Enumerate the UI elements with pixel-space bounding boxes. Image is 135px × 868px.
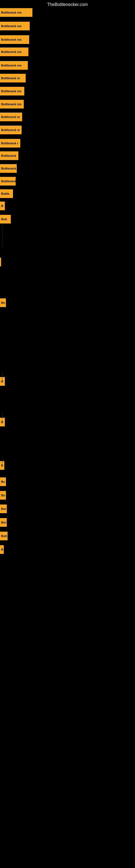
bar-label: Bott xyxy=(1,534,7,538)
bottleneck-bar-18 xyxy=(0,258,1,267)
bottleneck-bar-11: Bottleneck r xyxy=(0,139,20,148)
bar-label: Bottleneck res xyxy=(1,50,21,54)
bar-label: Bo xyxy=(1,301,5,304)
bottleneck-bar-2: Bottleneck res xyxy=(0,22,30,30)
bar-label: Bottleneck res xyxy=(1,64,21,67)
bottleneck-bar-10: Bottleneck re xyxy=(0,126,21,134)
site-title: TheBottlenecker.com xyxy=(0,0,135,9)
bar-label: Bottleneck res xyxy=(1,24,21,28)
bar-label: Bottleneck xyxy=(1,180,16,183)
bar-label: B xyxy=(1,204,3,208)
bar-label: Bottleneck r xyxy=(1,142,18,145)
bottleneck-bar-17: Bott xyxy=(0,215,11,223)
bar-label: Bottleneck r xyxy=(1,167,17,170)
bar-label: Bot xyxy=(1,521,6,524)
bottleneck-bar-3: Bottleneck res xyxy=(0,35,29,44)
bar-label: B xyxy=(1,548,3,551)
bar-label: Bo xyxy=(1,480,5,484)
bottleneck-bar-13: Bottleneck r xyxy=(0,164,17,173)
bottleneck-bar-14: Bottleneck xyxy=(0,177,16,186)
bottleneck-bar-12: Bottleneck xyxy=(0,151,18,160)
vertical-line-2 xyxy=(2,372,2,380)
bar-label: Bottleneck res xyxy=(1,38,21,41)
bar-label: Bottleneck res xyxy=(1,11,21,14)
bar-label: Bottleneck re xyxy=(1,128,20,131)
bar-label: Bot xyxy=(1,507,6,510)
bar-label: Bottleneck re xyxy=(1,76,20,80)
bottleneck-bar-23: Bo xyxy=(0,477,6,486)
bottleneck-bar-8: Bottleneck res xyxy=(0,100,24,108)
bottleneck-bar-20: B xyxy=(0,377,5,386)
bottleneck-bar-21: B xyxy=(0,418,5,426)
bottleneck-bar-27: Bott xyxy=(0,532,8,540)
bottleneck-bar-6: Bottleneck re xyxy=(0,74,26,83)
vertical-line-1 xyxy=(2,225,2,247)
bottleneck-bar-7: Bottleneck res xyxy=(0,87,24,95)
bottleneck-bar-9: Bottleneck re xyxy=(0,113,22,121)
bar-label: B xyxy=(1,421,3,424)
bottleneck-bar-28: B xyxy=(0,545,4,554)
bottleneck-bar-16: B xyxy=(0,202,5,210)
bottleneck-bar-5: Bottleneck res xyxy=(0,61,28,70)
vertical-line-3 xyxy=(2,412,2,421)
bar-label: Bottle xyxy=(1,192,9,195)
bar-label: Bottleneck xyxy=(1,154,16,157)
bottleneck-bar-15: Bottle xyxy=(0,189,13,198)
bar-label: B xyxy=(1,464,3,467)
bottleneck-bar-26: Bot xyxy=(0,518,7,527)
vertical-line-4 xyxy=(2,456,2,464)
bar-label: Bott xyxy=(1,218,7,221)
bottleneck-bar-25: Bot xyxy=(0,504,7,513)
bottleneck-bar-19: Bo xyxy=(0,299,6,307)
bar-label: Bottleneck re xyxy=(1,115,20,119)
bar-label: Bo xyxy=(1,494,5,497)
bar-label: Bottleneck res xyxy=(1,90,21,93)
bar-label: Bottleneck res xyxy=(1,102,21,106)
bottleneck-bar-4: Bottleneck res xyxy=(0,48,28,56)
bar-label: B xyxy=(1,380,3,383)
bottleneck-bar-1: Bottleneck res xyxy=(0,8,32,17)
bottleneck-bar-24: Bo xyxy=(0,491,6,500)
